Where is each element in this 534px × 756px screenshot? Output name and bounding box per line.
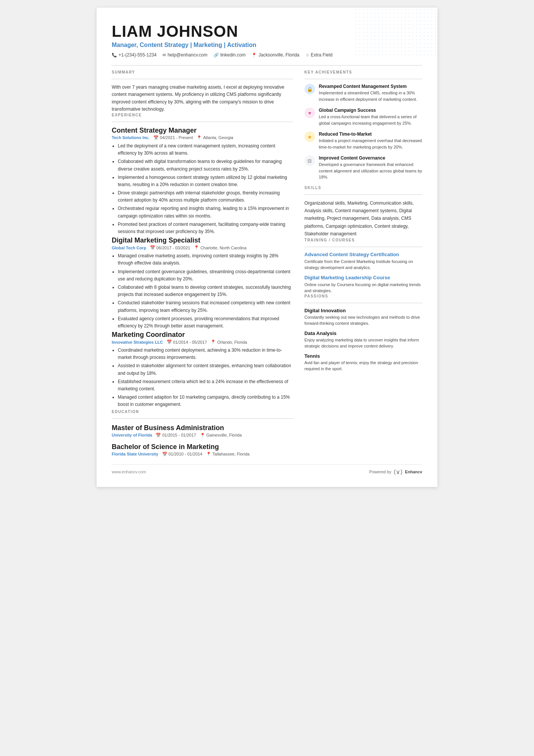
job-1-meta: Tech Solutions Inc. 📅 04/2021 - Present … [112, 135, 293, 140]
achievement-4-title: Improved Content Governance [319, 155, 422, 161]
achievement-2-content: Global Campaign Success Led a cross-func… [319, 108, 422, 126]
candidate-name: LIAM JOHNSON [112, 23, 422, 40]
phone-contact: 📞 +1-(234)-555-1234 [112, 52, 156, 58]
edu-2-degree: Bachelor of Science in Marketing [112, 443, 293, 451]
edu-2: Bachelor of Science in Marketing Florida… [112, 443, 293, 457]
achievement-3-content: Reduced Time-to-Market Initiated a proje… [319, 131, 422, 150]
edu-1-meta: University of Florida 📅 01/2015 - 01/201… [112, 433, 293, 438]
calendar-icon-edu1: 📅 [156, 433, 161, 437]
left-column: SUMMARY With over 7 years managing creat… [112, 70, 293, 456]
achievement-2-icon: ♥ [304, 108, 315, 118]
job-2-bullet-1: Managed creative marketing assets, impro… [118, 252, 293, 267]
achievement-4-icon: ⊟ [304, 155, 315, 166]
experience-section: EXPERIENCE Content Strategy Manager Tech… [112, 113, 293, 409]
achievement-3-desc: Initiated a project management overhaul … [319, 138, 422, 150]
job-2-location: 📍 Charlotte, North Carolina [194, 245, 247, 250]
passion-1-desc: Constantly seeking out new technologies … [304, 314, 422, 327]
email-icon: ✉ [162, 53, 166, 58]
calendar-icon-edu2: 📅 [162, 452, 167, 456]
courses-label: TRAINING / COURSES [304, 238, 422, 242]
summary-label: SUMMARY [112, 70, 293, 74]
job-1-bullet-4: Drove strategic partnerships with intern… [118, 189, 293, 204]
job-1-location: 📍 Atlanta, Georgia [197, 135, 233, 140]
achievement-1-content: Revamped Content Management System Imple… [319, 84, 422, 102]
job-1-bullets: Led the deployment of a new content mana… [112, 142, 293, 235]
skills-label: SKILLS [304, 186, 422, 190]
skills-section: SKILLS Organizational skills, Marketing,… [304, 186, 422, 238]
experience-divider [112, 122, 293, 122]
job-1-dates: 📅 04/2021 - Present [153, 135, 193, 140]
passion-1-title: Digital Innovation [304, 308, 422, 313]
job-2-meta: Global Tech Corp 📅 06/2017 - 03/2021 📍 C… [112, 245, 293, 250]
passion-3-desc: Avid fan and player of tennis; enjoy the… [304, 360, 422, 372]
enhancv-logo-icon: ⟨∨⟩ [393, 468, 403, 476]
course-1-desc: Certificate from the Content Marketing I… [304, 258, 422, 271]
job-1-bullet-2: Collaborated with digital transformation… [118, 158, 293, 172]
job-3-bullets: Coordinated marketing content deployment… [112, 347, 293, 409]
footer-brand: Powered by ⟨∨⟩ Enhancv [369, 468, 422, 476]
contact-row: 📞 +1-(234)-555-1234 ✉ help@enhancv.com 🔗… [112, 52, 422, 58]
skills-divider [304, 194, 422, 195]
job-1: Content Strategy Manager Tech Solutions … [112, 127, 293, 235]
achievements-section: KEY ACHIEVEMENTS 🔒 Revamped Content Mana… [304, 70, 422, 180]
email-contact: ✉ help@enhancv.com [162, 52, 207, 58]
job-1-bullet-1: Led the deployment of a new content mana… [118, 142, 293, 157]
location-contact: 📍 Jacksonville, Florida [251, 52, 299, 58]
job-1-company: Tech Solutions Inc. [112, 135, 150, 140]
job-1-bullet-5: Orchestrated regular reporting and insig… [118, 205, 293, 219]
loc-icon-edu2: 📍 [206, 452, 211, 456]
edu-1-school: University of Florida [112, 433, 152, 437]
achievement-2: ♥ Global Campaign Success Led a cross-fu… [304, 108, 422, 126]
resume-page: LIAM JOHNSON Manager, Content Strategy |… [97, 8, 437, 487]
job-3-title: Marketing Coordinator [112, 331, 293, 339]
achievement-4: ⊟ Improved Content Governance Developed … [304, 155, 422, 180]
passions-section: PASSIONS Digital Innovation Constantly s… [304, 294, 422, 372]
edu-2-dates: 📅 01/2010 - 01/2014 [162, 452, 202, 457]
achievements-label: KEY ACHIEVEMENTS [304, 70, 422, 74]
calendar-icon-1: 📅 [153, 135, 159, 140]
job-3-bullet-2: Assisted in stakeholder alignment for co… [118, 362, 293, 377]
website-contact: 🔗 linkedin.com [214, 52, 246, 58]
candidate-title: Manager, Content Strategy | Marketing | … [112, 42, 422, 49]
summary-divider [112, 79, 293, 79]
achievement-2-desc: Led a cross-functional team that deliver… [319, 114, 422, 126]
link-icon: 🔗 [214, 53, 219, 58]
job-3-bullet-3: Established measurement criteria which l… [118, 378, 293, 393]
job-2-bullet-3: Collaborated with 8 global teams to deve… [118, 284, 293, 298]
job-3-company: Innovative Strategies LLC [112, 340, 163, 344]
job-3: Marketing Coordinator Innovative Strateg… [112, 331, 293, 409]
job-1-bullet-3: Implemented a homogenous content strateg… [118, 174, 293, 188]
footer-website: www.enhancv.com [112, 470, 146, 474]
phone-icon: 📞 [112, 53, 117, 58]
achievement-1-desc: Implemented a streamlined CMS, resulting… [319, 90, 422, 102]
job-3-dates: 📅 01/2014 - 05/2017 [167, 340, 207, 344]
achievement-1-title: Revamped Content Management System [319, 84, 422, 89]
edu-2-meta: Florida State University 📅 01/2010 - 01/… [112, 452, 293, 457]
job-2-bullet-4: Conducted stakeholder training sessions … [118, 299, 293, 314]
loc-icon-1: 📍 [197, 135, 202, 140]
achievement-1-icon: 🔒 [304, 84, 315, 94]
header: LIAM JOHNSON Manager, Content Strategy |… [112, 23, 422, 58]
loc-icon-3: 📍 [211, 340, 216, 344]
achievement-3-title: Reduced Time-to-Market [319, 131, 422, 137]
education-divider [112, 418, 293, 419]
job-2-bullet-2: Implemented content governance guideline… [118, 268, 293, 283]
course-1-title: Advanced Content Strategy Certification [304, 252, 422, 257]
location-icon: 📍 [251, 53, 257, 58]
main-content: SUMMARY With over 7 years managing creat… [112, 70, 422, 456]
edu-1-dates: 📅 01/2015 - 01/2017 [156, 433, 196, 438]
job-1-title: Content Strategy Manager [112, 127, 293, 135]
achievement-3-icon: ★ [304, 131, 315, 142]
passions-label: PASSIONS [304, 294, 422, 298]
edu-1: Master of Business Administration Univer… [112, 424, 293, 438]
job-3-meta: Innovative Strategies LLC 📅 01/2014 - 05… [112, 340, 293, 344]
job-2: Digital Marketing Specialist Global Tech… [112, 236, 293, 330]
extra-contact: ☆ Extra Field [306, 52, 333, 58]
loc-icon-2: 📍 [194, 245, 199, 250]
job-2-dates: 📅 06/2017 - 03/2021 [150, 245, 190, 250]
summary-section: SUMMARY With over 7 years managing creat… [112, 70, 293, 113]
edu-1-location: 📍 Gainesville, Florida [200, 433, 242, 438]
course-2-desc: Online course by Coursera focusing on di… [304, 282, 422, 294]
job-3-bullet-1: Coordinated marketing content deployment… [118, 347, 293, 361]
job-2-title: Digital Marketing Specialist [112, 236, 293, 244]
